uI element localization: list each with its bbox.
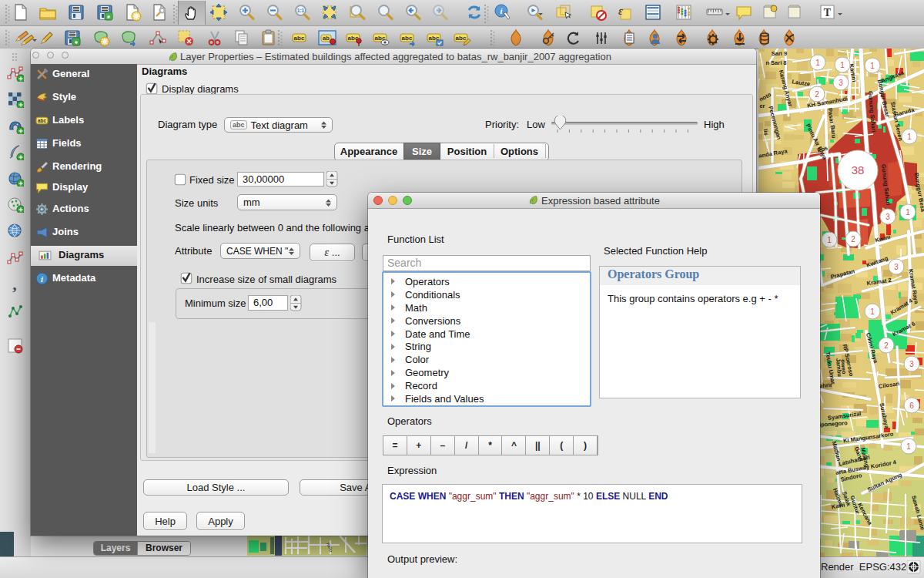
svg-text:2: 2 — [815, 90, 819, 99]
svg-text:n Sari 8: n Sari 8 — [765, 59, 786, 66]
svg-text:2: 2 — [884, 341, 889, 350]
svg-text:1: 1 — [870, 62, 875, 70]
svg-text:1: 1 — [906, 208, 910, 217]
svg-text:ε: ε — [618, 5, 623, 17]
svg-text:,: , — [12, 276, 17, 293]
svg-text:abc: abc — [456, 35, 467, 42]
svg-text:1: 1 — [815, 59, 820, 67]
svg-text:3: 3 — [839, 79, 843, 87]
svg-text:1: 1 — [907, 133, 912, 141]
svg-text:Sari 9: Sari 9 — [772, 50, 787, 57]
svg-text:1: 1 — [870, 307, 875, 316]
svg-text:T: T — [824, 7, 832, 18]
svg-text:3: 3 — [886, 213, 890, 221]
svg-text:abc: abc — [402, 35, 413, 42]
svg-text:6: 6 — [909, 402, 914, 410]
svg-text:abc: abc — [294, 35, 305, 42]
svg-text:1: 1 — [906, 442, 911, 451]
svg-text:2: 2 — [851, 235, 855, 244]
svg-text:abc: abc — [38, 118, 46, 123]
svg-text:3: 3 — [909, 360, 914, 368]
svg-text:ab: ab — [323, 35, 330, 42]
svg-text:i: i — [41, 275, 43, 284]
svg-text:er: er — [759, 102, 765, 109]
svg-text:38: 38 — [852, 163, 865, 176]
svg-text:oweo: oweo — [839, 359, 848, 375]
svg-text:1:1: 1:1 — [297, 8, 305, 13]
svg-text:1: 1 — [827, 236, 832, 244]
svg-text:1: 1 — [840, 61, 845, 69]
svg-text:3: 3 — [894, 263, 899, 271]
svg-text:lis: lis — [762, 129, 769, 136]
